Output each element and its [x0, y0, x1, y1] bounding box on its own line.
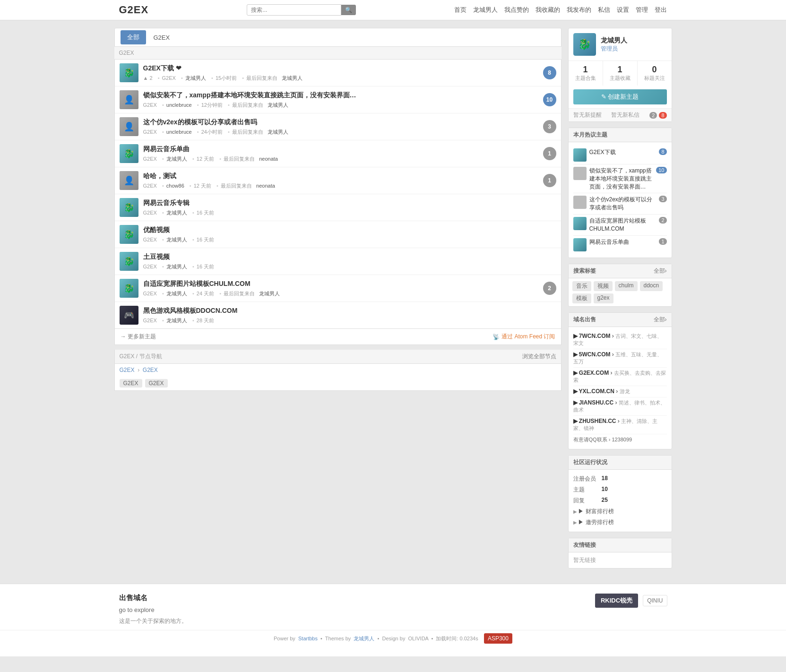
hot-topics-header: 本月热议主题	[569, 128, 672, 142]
hot-topic-avatar	[573, 148, 587, 162]
topic-meta: G2EX • unclebruce • 24小时前 • 最后回复来自 龙城男人	[143, 129, 538, 136]
startbbs-link[interactable]: Startbbs	[298, 636, 318, 641]
hot-reply-count: 1	[659, 238, 666, 245]
topic-title[interactable]: 优酷视频	[143, 226, 556, 234]
domain-view-all[interactable]: 全部›	[654, 316, 667, 324]
topic-node: G2EX	[143, 129, 157, 135]
topic-title[interactable]: 网易云音乐单曲	[143, 145, 538, 154]
topic-title[interactable]: 哈哈，测试	[143, 172, 538, 181]
hot-topic-title[interactable]: 这个仿v2ex的模板可以分享或者出售吗	[589, 196, 656, 212]
rank-link[interactable]: ▶ 邀劳排行榜	[573, 517, 667, 528]
hot-topic-title[interactable]: 锁似安装不了，xampp搭建本地环境安装直接跳主页面，没有安装界面…	[589, 167, 654, 190]
hot-topic-title[interactable]: G2EX下载	[589, 148, 656, 156]
hot-reply-count: 8	[659, 148, 666, 155]
nav-item-设置[interactable]: 设置	[617, 6, 629, 14]
domain-item: ▶ 7WCN.COM › 古词、宋文、七味、宋文	[573, 331, 667, 349]
topic-body: 黑色游戏风格模板DDOCN.COM G2EX • 龙城男人 • 28 天前	[143, 307, 556, 324]
topic-title[interactable]: G2EX下载 ❤	[143, 64, 538, 73]
create-topic-button[interactable]: ✎ 创建新主题	[573, 89, 667, 104]
footer-desc: 这是一个关于探索的地方。	[119, 617, 187, 625]
hot-topics-body: G2EX下载 8 锁似安装不了，xampp搭建本地环境安装直接跳主页面，没有安装…	[569, 142, 672, 258]
nav-item-我发布的[interactable]: 我发布的	[567, 6, 591, 14]
domain-sale-body: ▶ 7WCN.COM › 古词、宋文、七味、宋文 ▶ 5WCN.COM › 五维…	[569, 327, 672, 449]
nav-item-私信[interactable]: 私信	[598, 6, 610, 14]
atom-feed-link[interactable]: 📡 通过 Atom Feed 订阅	[492, 333, 555, 341]
tag-item[interactable]: 模板	[572, 293, 591, 303]
domain-name[interactable]: ▶ G2EX.COM	[573, 370, 609, 376]
nav-item-首页[interactable]: 首页	[454, 6, 466, 14]
hot-topic-title[interactable]: 网易云音乐单曲	[589, 238, 656, 246]
nav-item-我收藏的[interactable]: 我收藏的	[536, 6, 560, 14]
topic-node: G2EX	[143, 183, 157, 189]
domain-name[interactable]: ▶ 5WCN.COM	[573, 351, 611, 358]
hot-topic-title[interactable]: 自适应宽屏图片站模板CHULM.COM	[589, 217, 656, 233]
node-path-link2[interactable]: G2EX	[143, 367, 158, 373]
domain-name[interactable]: ▶ YXL.COM.CN	[573, 388, 614, 395]
topic-item: 👤 锁似安装不了，xampp搭建本地环境安装直接跳主页面，没有安装界面… G2E…	[115, 86, 561, 113]
theme-author-link[interactable]: 龙城男人	[354, 636, 374, 641]
browse-all-link[interactable]: 浏览全部节点	[522, 353, 556, 361]
tab-g2ex[interactable]: G2EX	[147, 29, 177, 46]
topic-title[interactable]: 锁似安装不了，xampp搭建本地环境安装直接跳主页面，没有安装界面…	[143, 91, 538, 100]
topic-avatar: 👤	[120, 117, 138, 136]
node-tag-2[interactable]: G2EX	[145, 379, 168, 388]
node-tag-1[interactable]: G2EX	[120, 379, 142, 388]
stat-num: 1	[570, 65, 601, 75]
nav-item-登出[interactable]: 登出	[655, 6, 667, 14]
topic-title[interactable]: 这个仿v2ex的模板可以分享或者出售吗	[143, 118, 538, 127]
hot-reply-count: 2	[659, 217, 666, 224]
tags-view-all[interactable]: 全部›	[654, 267, 667, 275]
nav-item-龙城男人[interactable]: 龙城男人	[473, 6, 498, 14]
tags-card: 搜索标签 全部› 音乐视频chulmddocn模板g2ex	[568, 264, 672, 307]
profile-stat: 1主题收藏	[603, 61, 638, 86]
manage-link[interactable]: 管理员	[601, 45, 618, 52]
topic-body: 自适应宽屏图片站模板CHULM.COM G2EX • 龙城男人 • 24 天前 …	[143, 280, 538, 297]
community-stat-row: 主题10	[573, 484, 667, 495]
topic-title[interactable]: 黑色游戏风格模板DDOCN.COM	[143, 307, 556, 315]
search-button[interactable]: 🔍	[341, 5, 356, 15]
tag-item[interactable]: g2ex	[594, 293, 613, 303]
load-label: 加载时间:	[436, 636, 458, 641]
topic-avatar: 👤	[120, 90, 138, 109]
topic-meta: G2EX • 龙城男人 • 16 天前	[143, 209, 556, 216]
topic-title[interactable]: 自适应宽屏图片站模板CHULM.COM	[143, 280, 538, 288]
topic-item: 👤 哈哈，测试 G2EX • chow86 • 12 天前 • 最后回复来自 n…	[115, 167, 561, 194]
tag-item[interactable]: 视频	[594, 281, 613, 291]
topic-title[interactable]: 网易云音乐专辑	[143, 199, 556, 207]
topic-avatar: 🐉	[120, 252, 138, 271]
tag-item[interactable]: chulm	[615, 281, 638, 291]
domain-qq: 有意请QQ联系 › 1238099	[573, 437, 632, 442]
topic-time: 16 天前	[197, 210, 214, 215]
more-topics-link[interactable]: → 更多新主题	[121, 333, 156, 341]
profile-avatar: 🐉	[573, 33, 596, 56]
reply-count: 10	[543, 93, 556, 106]
rank-link[interactable]: ▶ 财富排行榜	[573, 506, 667, 517]
tags-header: 搜索标签 全部›	[569, 264, 672, 278]
topic-last-reply-by: 龙城男人	[268, 102, 288, 108]
domain-item: ▶ JIANSHU.CC › 简述、律书、拍术、曲术	[573, 397, 667, 416]
tab-all[interactable]: 全部	[121, 30, 146, 44]
topic-body: 锁似安装不了，xampp搭建本地环境安装直接跳主页面，没有安装界面… G2EX …	[143, 91, 538, 109]
topic-list: 🐉 G2EX下载 ❤ ▲ 2 • G2EX • 龙城男人 • 15小时前 • 最…	[114, 60, 561, 329]
topic-last-reply-label: 最后回复来自	[221, 183, 252, 189]
topic-footer: → 更多新主题 📡 通过 Atom Feed 订阅	[114, 329, 561, 345]
tag-item[interactable]: 音乐	[572, 281, 591, 291]
stat-num: 1	[605, 65, 635, 75]
domain-name[interactable]: ▶ ZHUSHEN.CC	[573, 418, 616, 424]
topic-time: 16 天前	[197, 237, 214, 242]
hot-topics-card: 本月热议主题 G2EX下载 8 锁似安装不了，xampp搭建本地环境安装直接跳主…	[568, 128, 672, 258]
topic-time: 24小时前	[201, 129, 223, 135]
tag-item[interactable]: ddocn	[640, 281, 663, 291]
logo: G2EX	[119, 4, 149, 16]
domain-name[interactable]: ▶ 7WCN.COM	[573, 333, 611, 339]
header: G2EX 🔍 首页龙城男人我点赞的我收藏的我发布的私信设置管理登出	[0, 0, 786, 20]
profile-card: 🐉 龙城男人 管理员 1主题合集1主题收藏0标题关注 ✎ 创建新主题 暂无新提醒…	[568, 28, 672, 122]
domain-name[interactable]: ▶ JIANSHU.CC	[573, 399, 614, 406]
topic-title[interactable]: 土豆视频	[143, 253, 556, 261]
nav-item-管理[interactable]: 管理	[636, 6, 648, 14]
search-input[interactable]	[247, 4, 341, 16]
hot-topic-item: 这个仿v2ex的模板可以分享或者出售吗 3	[573, 193, 667, 215]
node-path-link1[interactable]: G2EX	[120, 367, 135, 373]
notification-bar: 暂无新提醒 暂无新私信 2 8	[569, 108, 672, 121]
nav-item-我点赞的[interactable]: 我点赞的	[504, 6, 529, 14]
